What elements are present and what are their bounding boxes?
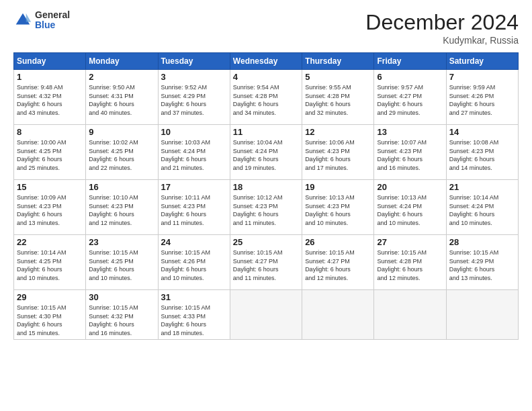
day-11: 11 Sunrise: 10:04 AMSunset: 4:24 PMDayli…: [230, 125, 302, 180]
day-num: 11: [233, 127, 299, 137]
day-18: 18 Sunrise: 10:12 AMSunset: 4:23 PMDayli…: [230, 180, 302, 235]
day-num: 21: [449, 182, 515, 192]
col-tuesday: Tuesday: [158, 53, 230, 70]
day-num: 4: [233, 72, 299, 82]
day-21: 21 Sunrise: 10:14 AMSunset: 4:24 PMDayli…: [446, 180, 518, 235]
day-num: 19: [305, 182, 371, 192]
day-num: 22: [17, 237, 83, 247]
day-info: Sunrise: 10:15 AMSunset: 4:25 PMDaylight…: [89, 248, 154, 282]
day-1: 1 Sunrise: 9:48 AMSunset: 4:32 PMDayligh…: [14, 70, 86, 125]
day-24: 24 Sunrise: 10:15 AMSunset: 4:26 PMDayli…: [158, 235, 230, 290]
day-num: 30: [89, 292, 154, 302]
week-row-1: 1 Sunrise: 9:48 AMSunset: 4:32 PMDayligh…: [14, 70, 519, 125]
day-num: 26: [305, 237, 371, 247]
day-num: 24: [161, 237, 227, 247]
title-block: December 2024 Kudymkar, Russia: [365, 10, 519, 46]
svg-marker-1: [26, 13, 31, 22]
day-num: 17: [161, 182, 227, 192]
day-info: Sunrise: 10:14 AMSunset: 4:25 PMDaylight…: [17, 248, 83, 282]
day-info: Sunrise: 9:50 AMSunset: 4:31 PMDaylight:…: [89, 83, 154, 117]
day-4: 4 Sunrise: 9:54 AMSunset: 4:28 PMDayligh…: [230, 70, 302, 125]
day-num: 8: [17, 127, 83, 137]
day-info: Sunrise: 10:15 AMSunset: 4:26 PMDaylight…: [161, 248, 227, 282]
day-23: 23 Sunrise: 10:15 AMSunset: 4:25 PMDayli…: [86, 235, 158, 290]
day-info: Sunrise: 9:48 AMSunset: 4:32 PMDaylight:…: [17, 83, 83, 117]
logo-text: General Blue: [35, 10, 70, 31]
day-19: 19 Sunrise: 10:13 AMSunset: 4:23 PMDayli…: [302, 180, 374, 235]
header: General Blue December 2024 Kudymkar, Rus…: [13, 10, 519, 46]
day-info: Sunrise: 10:02 AMSunset: 4:25 PMDaylight…: [89, 138, 154, 172]
month-title: December 2024: [365, 10, 519, 35]
col-wednesday: Wednesday: [230, 53, 302, 70]
day-num: 18: [233, 182, 299, 192]
day-9: 9 Sunrise: 10:02 AMSunset: 4:25 PMDaylig…: [86, 125, 158, 180]
day-15: 15 Sunrise: 10:09 AMSunset: 4:23 PMDayli…: [14, 180, 86, 235]
day-31: 31 Sunrise: 10:15 AMSunset: 4:33 PMDayli…: [158, 290, 230, 340]
empty-cell: [302, 290, 374, 340]
day-info: Sunrise: 10:15 AMSunset: 4:30 PMDaylight…: [17, 304, 83, 337]
day-22: 22 Sunrise: 10:14 AMSunset: 4:25 PMDayli…: [14, 235, 86, 290]
day-info: Sunrise: 10:15 AMSunset: 4:27 PMDaylight…: [233, 248, 299, 282]
logo-general: General: [35, 10, 70, 20]
week-row-2: 8 Sunrise: 10:00 AMSunset: 4:25 PMDaylig…: [14, 125, 519, 180]
day-info: Sunrise: 9:54 AMSunset: 4:28 PMDaylight:…: [233, 83, 299, 117]
week-row-3: 15 Sunrise: 10:09 AMSunset: 4:23 PMDayli…: [14, 180, 519, 235]
day-info: Sunrise: 10:08 AMSunset: 4:23 PMDaylight…: [449, 138, 515, 172]
day-num: 5: [305, 72, 371, 82]
calendar-header-row: Sunday Monday Tuesday Wednesday Thursday…: [14, 53, 519, 70]
day-info: Sunrise: 9:55 AMSunset: 4:28 PMDaylight:…: [305, 83, 371, 117]
day-info: Sunrise: 10:03 AMSunset: 4:24 PMDaylight…: [161, 138, 227, 172]
day-info: Sunrise: 10:06 AMSunset: 4:23 PMDaylight…: [305, 138, 371, 172]
day-7: 7 Sunrise: 9:59 AMSunset: 4:26 PMDayligh…: [446, 70, 518, 125]
day-num: 25: [233, 237, 299, 247]
col-monday: Monday: [86, 53, 158, 70]
day-info: Sunrise: 10:15 AMSunset: 4:29 PMDaylight…: [449, 248, 515, 282]
day-13: 13 Sunrise: 10:07 AMSunset: 4:23 PMDayli…: [374, 125, 446, 180]
day-num: 28: [449, 237, 515, 247]
day-num: 15: [17, 182, 83, 192]
week-row-4: 22 Sunrise: 10:14 AMSunset: 4:25 PMDayli…: [14, 235, 519, 290]
day-5: 5 Sunrise: 9:55 AMSunset: 4:28 PMDayligh…: [302, 70, 374, 125]
day-num: 14: [449, 127, 515, 137]
day-8: 8 Sunrise: 10:00 AMSunset: 4:25 PMDaylig…: [14, 125, 86, 180]
day-28: 28 Sunrise: 10:15 AMSunset: 4:29 PMDayli…: [446, 235, 518, 290]
col-sunday: Sunday: [14, 53, 86, 70]
day-num: 12: [305, 127, 371, 137]
day-3: 3 Sunrise: 9:52 AMSunset: 4:29 PMDayligh…: [158, 70, 230, 125]
day-30: 30 Sunrise: 10:15 AMSunset: 4:32 PMDayli…: [86, 290, 158, 340]
day-info: Sunrise: 10:15 AMSunset: 4:28 PMDaylight…: [377, 248, 443, 282]
day-12: 12 Sunrise: 10:06 AMSunset: 4:23 PMDayli…: [302, 125, 374, 180]
day-info: Sunrise: 10:07 AMSunset: 4:23 PMDaylight…: [377, 138, 443, 172]
day-num: 2: [89, 72, 154, 82]
page: General Blue December 2024 Kudymkar, Rus…: [0, 0, 532, 411]
col-saturday: Saturday: [446, 53, 518, 70]
day-2: 2 Sunrise: 9:50 AMSunset: 4:31 PMDayligh…: [86, 70, 158, 125]
day-info: Sunrise: 10:09 AMSunset: 4:23 PMDaylight…: [17, 193, 83, 227]
day-num: 9: [89, 127, 154, 137]
calendar: Sunday Monday Tuesday Wednesday Thursday…: [13, 52, 519, 340]
logo-blue: Blue: [35, 20, 70, 30]
day-info: Sunrise: 10:15 AMSunset: 4:32 PMDaylight…: [89, 304, 154, 337]
day-info: Sunrise: 10:13 AMSunset: 4:23 PMDaylight…: [305, 193, 371, 227]
day-num: 3: [161, 72, 227, 82]
week-row-5: 29 Sunrise: 10:15 AMSunset: 4:30 PMDayli…: [14, 290, 519, 340]
day-6: 6 Sunrise: 9:57 AMSunset: 4:27 PMDayligh…: [374, 70, 446, 125]
day-num: 29: [17, 292, 83, 302]
day-num: 20: [377, 182, 443, 192]
day-info: Sunrise: 9:59 AMSunset: 4:26 PMDaylight:…: [449, 83, 515, 117]
day-info: Sunrise: 10:15 AMSunset: 4:33 PMDaylight…: [161, 304, 227, 337]
day-27: 27 Sunrise: 10:15 AMSunset: 4:28 PMDayli…: [374, 235, 446, 290]
day-num: 23: [89, 237, 154, 247]
day-info: Sunrise: 9:52 AMSunset: 4:29 PMDaylight:…: [161, 83, 227, 117]
logo: General Blue: [13, 10, 70, 31]
day-26: 26 Sunrise: 10:15 AMSunset: 4:27 PMDayli…: [302, 235, 374, 290]
day-14: 14 Sunrise: 10:08 AMSunset: 4:23 PMDayli…: [446, 125, 518, 180]
day-num: 10: [161, 127, 227, 137]
day-info: Sunrise: 10:00 AMSunset: 4:25 PMDaylight…: [17, 138, 83, 172]
day-info: Sunrise: 10:15 AMSunset: 4:27 PMDaylight…: [305, 248, 371, 282]
empty-cell: [230, 290, 302, 340]
day-info: Sunrise: 10:11 AMSunset: 4:23 PMDaylight…: [161, 193, 227, 227]
empty-cell: [446, 290, 518, 340]
day-info: Sunrise: 10:04 AMSunset: 4:24 PMDaylight…: [233, 138, 299, 172]
day-16: 16 Sunrise: 10:10 AMSunset: 4:23 PMDayli…: [86, 180, 158, 235]
